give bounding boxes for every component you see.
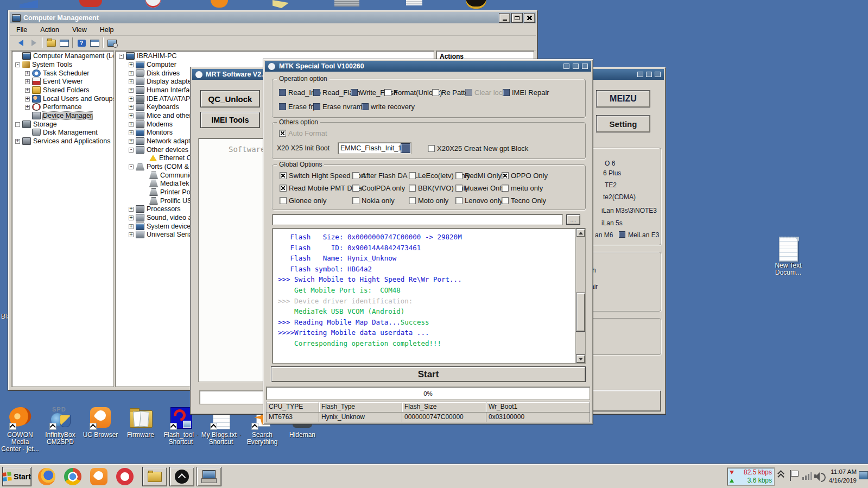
partial-desktop-icon[interactable] <box>79 0 102 7</box>
partial-desktop-icon[interactable] <box>20 0 38 8</box>
checkbox-clear-lock[interactable]: Clear lock <box>465 88 506 97</box>
minimize-button[interactable] <box>499 13 510 23</box>
console-tree-pane[interactable]: Computer Management (Local) System Tools… <box>11 50 114 387</box>
menu-file[interactable]: File <box>16 26 27 34</box>
title-bar[interactable]: MTK Special Tool V100260 <box>265 61 591 72</box>
checkbox-lenovo-only[interactable]: Lenovo only <box>455 197 503 205</box>
maximize-button[interactable] <box>646 72 652 77</box>
mrt-bottom-button[interactable] <box>591 390 661 411</box>
checkbox-meitu-only[interactable]: meitu only <box>502 184 543 192</box>
tray-clock[interactable]: 11:07 AM 4/16/2019 <box>828 467 857 485</box>
expand-box[interactable] <box>15 122 20 127</box>
minimize-button[interactable] <box>637 72 643 77</box>
expand-box[interactable] <box>129 232 134 237</box>
setting-button[interactable]: Setting <box>596 115 650 132</box>
menu-help[interactable]: Help <box>100 26 114 34</box>
tree-item-services-and-applications[interactable]: Services and Applications <box>15 137 110 145</box>
taskbar-button-mrt[interactable] <box>169 467 194 486</box>
file-path-input[interactable] <box>272 214 563 225</box>
tree-item-device-manager[interactable]: Device Manager <box>25 111 92 120</box>
expand-box[interactable] <box>129 113 134 118</box>
scroll-down-button[interactable] <box>576 354 585 363</box>
tree-item-shared-folders[interactable]: Shared Folders <box>25 86 89 94</box>
tree-item-local-users-and-groups[interactable]: Local Users and Groups <box>25 94 114 103</box>
device-item-other-devices[interactable]: Other devices <box>129 145 188 154</box>
qc-unlock-button[interactable]: QC_Unlock <box>200 90 260 107</box>
device-item-ibrahim-pc[interactable]: IBRAHIM-PC <box>119 52 177 60</box>
table-row[interactable]: MT6763 Hynix_Unknow 0000000747C00000 0x0… <box>267 413 590 422</box>
expand-box[interactable] <box>129 71 134 76</box>
show-desktop-icon[interactable] <box>859 471 868 479</box>
up-folder-button[interactable] <box>45 37 58 49</box>
expand-box[interactable] <box>25 71 30 76</box>
show-action-pane-button[interactable] <box>88 37 101 49</box>
chrome-icon[interactable] <box>64 468 81 485</box>
minimize-button[interactable] <box>563 64 569 69</box>
tree-item-event-viewer[interactable]: Event Viewer <box>25 77 83 86</box>
console-scrollbar[interactable] <box>575 229 585 363</box>
uc-browser-icon[interactable] <box>90 468 107 485</box>
device-item-keyboards[interactable]: Keyboards <box>129 103 179 111</box>
checkbox-nokia-only[interactable]: Nokia only <box>352 197 395 205</box>
tree-item-performance[interactable]: Performance <box>25 103 82 111</box>
tree-item-task-scheduler[interactable]: Task Scheduler <box>25 69 89 78</box>
checkbox-after-flash-da-dl[interactable]: After Flash DA DL <box>352 172 418 180</box>
help-button[interactable]: ? <box>75 37 88 49</box>
device-item-computer[interactable]: Computer <box>129 60 176 69</box>
opera-icon[interactable] <box>116 468 134 485</box>
expand-box[interactable] <box>129 148 134 153</box>
device-item-system-devices[interactable]: System devices <box>129 222 194 231</box>
desktop-icon-firmware-folder[interactable]: Firmware <box>121 406 161 439</box>
checkbox-read-mobile-pmt[interactable]: Read Mobile PMT Data <box>280 184 362 192</box>
partial-desktop-icon[interactable] <box>145 0 161 8</box>
expand-box[interactable] <box>129 122 134 127</box>
expand-box[interactable] <box>129 97 134 102</box>
forward-button[interactable] <box>27 37 40 49</box>
expand-box[interactable] <box>119 54 124 59</box>
device-item-processors[interactable]: Processors <box>129 205 181 213</box>
meizu-button[interactable]: MEIZU <box>596 90 650 107</box>
checkbox-re-pattern[interactable]: Re Pattern l <box>432 88 466 97</box>
expand-box[interactable] <box>129 224 134 229</box>
expand-box[interactable] <box>25 97 30 102</box>
imei-tools-button[interactable]: IMEI Tools <box>200 112 260 128</box>
expand-box[interactable] <box>129 130 134 135</box>
expand-box[interactable] <box>15 62 20 67</box>
close-button[interactable] <box>582 64 588 69</box>
checkbox-huawei-only[interactable]: Huawei Only <box>455 184 505 192</box>
checkbox-moto-only[interactable]: Moto only <box>409 197 448 205</box>
expand-box[interactable] <box>129 139 134 144</box>
scroll-up-button[interactable] <box>576 229 585 237</box>
menu-view[interactable]: View <box>72 26 87 34</box>
maximize-button[interactable] <box>573 64 579 69</box>
partial-desktop-icon[interactable] <box>273 0 289 8</box>
checkbox-gionee-only[interactable]: Gionee only <box>280 197 326 205</box>
partial-desktop-icon[interactable] <box>211 0 228 8</box>
expand-box[interactable] <box>15 139 20 144</box>
browse-button[interactable]: .... <box>566 214 580 225</box>
device-item-display-adapters[interactable]: Display adapters <box>129 77 197 86</box>
network-speed-widget[interactable]: 82.5 kbps 3.6 kbps <box>727 467 775 486</box>
scrollbar-thumb[interactable] <box>576 293 585 332</box>
checkbox-erase-nvram[interactable]: Erase nvram <box>313 103 363 111</box>
action-center-flag-icon[interactable] <box>790 470 799 482</box>
tree-item-disk-management[interactable]: Disk Management <box>25 128 98 137</box>
tree-item-storage[interactable]: Storage <box>15 120 57 129</box>
desktop-icon-new-text-document[interactable]: New Text Docum... <box>768 237 808 276</box>
maximize-button[interactable] <box>511 13 523 23</box>
desktop-icon-infinitybox-cm2spd[interactable]: SPD InfinityBoxCM2SPD <box>40 406 80 446</box>
desktop-icon-uc-browser[interactable]: UC Browser <box>80 406 121 439</box>
expand-box[interactable] <box>25 79 30 84</box>
close-button[interactable] <box>524 13 535 23</box>
checkbox-coolpda-only[interactable]: CoolPDA only <box>352 184 405 192</box>
firefox-icon[interactable] <box>38 468 55 485</box>
close-button[interactable] <box>655 72 661 77</box>
expand-box[interactable] <box>129 88 134 93</box>
taskbar-button-computer-management[interactable] <box>197 467 221 486</box>
title-bar[interactable]: Computer Management <box>10 12 536 23</box>
device-item-modems[interactable]: Modems <box>129 120 173 129</box>
expand-box[interactable] <box>25 105 30 110</box>
expand-box[interactable] <box>129 79 134 84</box>
tray-expand-chevron[interactable] <box>778 471 783 479</box>
partial-desktop-icon[interactable] <box>466 0 486 9</box>
